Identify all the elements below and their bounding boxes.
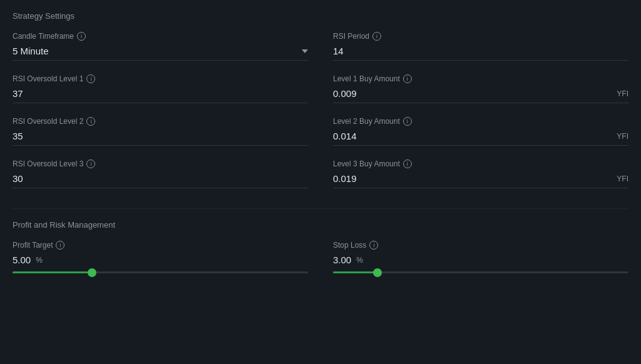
rsi-oversold-1-info-icon[interactable]: i bbox=[86, 74, 95, 83]
level3-buy-info-icon[interactable]: i bbox=[403, 159, 412, 168]
level1-buy-unit: YFI bbox=[617, 89, 628, 98]
rsi-period-label: RSI Period i bbox=[333, 32, 628, 41]
stop-loss-thumb[interactable] bbox=[373, 268, 382, 277]
rsi-oversold-3-label: RSI Oversold Level 3 i bbox=[13, 159, 308, 168]
profit-target-thumb[interactable] bbox=[88, 268, 96, 277]
profit-risk-title: Profit and Risk Management bbox=[13, 220, 628, 230]
rsi-oversold-3-field: RSI Oversold Level 3 i 30 bbox=[13, 159, 308, 188]
rsi-oversold-2-info-icon[interactable]: i bbox=[86, 117, 95, 126]
profit-target-value: 5.00 bbox=[13, 255, 31, 265]
page-container: Strategy Settings Candle Timeframe i 5 M… bbox=[0, 0, 641, 293]
profit-target-label: Profit Target bbox=[13, 241, 53, 250]
rsi-period-input[interactable]: 14 bbox=[333, 46, 628, 61]
rsi-oversold-3-value: 30 bbox=[13, 173, 23, 184]
strategy-settings-grid: Candle Timeframe i 5 Minute RSI Oversold… bbox=[13, 32, 628, 202]
level3-buy-label: Level 3 Buy Amount i bbox=[333, 159, 628, 168]
chevron-down-icon bbox=[302, 49, 308, 53]
rsi-period-info-icon[interactable]: i bbox=[372, 32, 381, 41]
rsi-oversold-3-input[interactable]: 30 bbox=[13, 173, 308, 188]
candle-timeframe-value: 5 Minute bbox=[13, 46, 49, 56]
stop-loss-value: 3.00 bbox=[333, 255, 351, 265]
rsi-oversold-2-label: RSI Oversold Level 2 i bbox=[13, 117, 308, 126]
stop-loss-unit: % bbox=[356, 256, 363, 265]
stop-loss-value-row: 3.00 % bbox=[333, 255, 628, 265]
profit-target-unit: % bbox=[36, 256, 43, 265]
profit-risk-grid: Profit Target i 5.00 % Stop Loss i 3.00 … bbox=[13, 241, 628, 282]
level1-buy-input[interactable]: 0.009 YFI bbox=[333, 88, 628, 103]
left-column: Candle Timeframe i 5 Minute RSI Oversold… bbox=[13, 32, 308, 202]
stop-loss-fill bbox=[333, 271, 377, 273]
rsi-oversold-2-field: RSI Oversold Level 2 i 35 bbox=[13, 117, 308, 146]
level2-buy-label: Level 2 Buy Amount i bbox=[333, 117, 628, 126]
rsi-period-value: 14 bbox=[333, 46, 344, 56]
level2-buy-info-icon[interactable]: i bbox=[403, 117, 412, 126]
rsi-oversold-3-info-icon[interactable]: i bbox=[86, 159, 95, 168]
level2-buy-input[interactable]: 0.014 YFI bbox=[333, 131, 628, 146]
level1-buy-info-icon[interactable]: i bbox=[403, 74, 412, 83]
rsi-oversold-2-input[interactable]: 35 bbox=[13, 131, 308, 146]
rsi-oversold-1-field: RSI Oversold Level 1 i 37 bbox=[13, 74, 308, 103]
candle-timeframe-field: Candle Timeframe i 5 Minute bbox=[13, 32, 308, 61]
stop-loss-info-icon[interactable]: i bbox=[369, 241, 378, 250]
level2-buy-value: 0.014 bbox=[333, 131, 357, 141]
profit-target-value-row: 5.00 % bbox=[13, 255, 308, 265]
level3-buy-field: Level 3 Buy Amount i 0.019 YFI bbox=[333, 159, 628, 188]
candle-timeframe-label: Candle Timeframe i bbox=[13, 32, 308, 41]
level1-buy-field: Level 1 Buy Amount i 0.009 YFI bbox=[333, 74, 628, 103]
level3-buy-input[interactable]: 0.019 YFI bbox=[333, 173, 628, 188]
level3-buy-value: 0.019 bbox=[333, 173, 357, 184]
stop-loss-track[interactable] bbox=[333, 271, 628, 273]
level1-buy-label: Level 1 Buy Amount i bbox=[333, 74, 628, 83]
profit-target-label-row: Profit Target i bbox=[13, 241, 308, 250]
profit-target-info-icon[interactable]: i bbox=[56, 241, 64, 250]
level1-buy-value: 0.009 bbox=[333, 88, 357, 99]
strategy-settings-title: Strategy Settings bbox=[13, 11, 628, 21]
rsi-period-field: RSI Period i 14 bbox=[333, 32, 628, 61]
rsi-oversold-1-label: RSI Oversold Level 1 i bbox=[13, 74, 308, 83]
profit-target-track[interactable] bbox=[13, 271, 308, 273]
stop-loss-group: Stop Loss i 3.00 % bbox=[333, 241, 628, 273]
right-column: RSI Period i 14 Level 1 Buy Amount i 0.0… bbox=[333, 32, 628, 202]
candle-timeframe-select[interactable]: 5 Minute bbox=[13, 46, 308, 61]
level2-buy-unit: YFI bbox=[617, 132, 628, 141]
rsi-oversold-1-value: 37 bbox=[13, 88, 23, 99]
level3-buy-unit: YFI bbox=[617, 174, 628, 183]
rsi-oversold-1-input[interactable]: 37 bbox=[13, 88, 308, 103]
rsi-oversold-2-value: 35 bbox=[13, 131, 23, 141]
candle-timeframe-info-icon[interactable]: i bbox=[77, 32, 86, 41]
profit-target-group: Profit Target i 5.00 % bbox=[13, 241, 308, 273]
stop-loss-label: Stop Loss bbox=[333, 241, 366, 250]
level2-buy-field: Level 2 Buy Amount i 0.014 YFI bbox=[333, 117, 628, 146]
profit-target-fill bbox=[13, 271, 92, 273]
section-divider bbox=[13, 208, 628, 209]
stop-loss-label-row: Stop Loss i bbox=[333, 241, 628, 250]
